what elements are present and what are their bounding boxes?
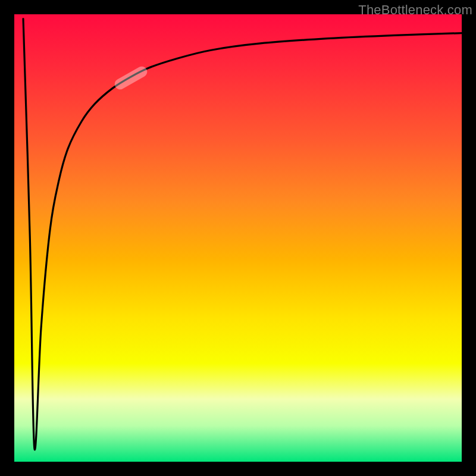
watermark-text: TheBottleneck.com — [358, 2, 472, 18]
bottleneck-curve-path — [23, 19, 462, 450]
chart-curve — [14, 14, 462, 462]
chart-frame: TheBottleneck.com — [0, 0, 476, 476]
